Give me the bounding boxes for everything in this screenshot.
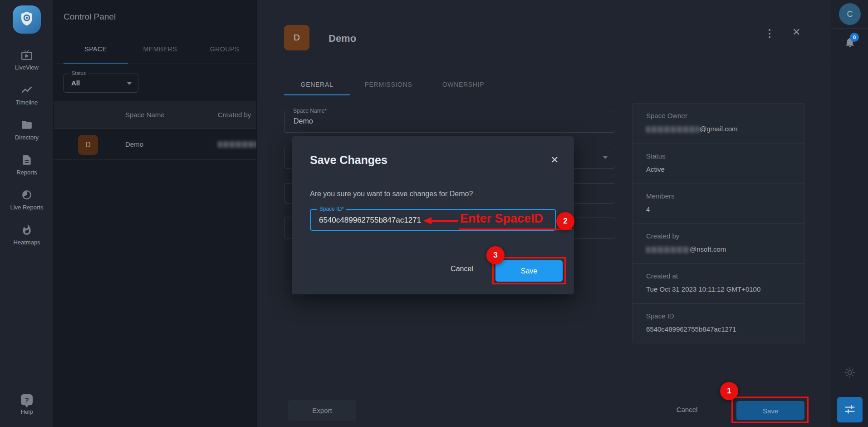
divider xyxy=(831,61,868,61)
space-avatar: D xyxy=(78,135,98,155)
dialog-title: Demo xyxy=(329,33,356,45)
pie-chart-icon xyxy=(21,189,33,201)
space-info-panel: Space Owner @gmail.com Status Active Mem… xyxy=(632,103,805,343)
info-value: Active xyxy=(646,165,804,173)
annotation-step-3: 3 xyxy=(486,246,505,264)
annotation-arrow xyxy=(432,220,458,222)
sidebar-item-label: Live Reports xyxy=(10,204,44,211)
info-label: Members xyxy=(646,192,804,200)
column-header-created-by: Created by xyxy=(218,111,251,119)
sidebar-item-label: LiveView xyxy=(15,64,39,71)
info-value: Tue Oct 31 2023 10:11:12 GMT+0100 xyxy=(646,285,804,293)
info-row-created-at: Created at Tue Oct 31 2023 10:11:12 GMT+… xyxy=(633,263,804,303)
active-tab-underline xyxy=(284,94,350,95)
tab-permissions[interactable]: PERMISSIONS xyxy=(350,81,427,88)
settings-panel-button[interactable] xyxy=(837,397,863,422)
annotation-step-1: 1 xyxy=(720,382,738,400)
sidebar-item-live-reports[interactable]: Live Reports xyxy=(0,189,54,211)
redacted-text xyxy=(646,126,700,133)
info-label: Created by xyxy=(646,232,804,240)
redacted-text xyxy=(646,247,690,253)
control-panel-tabs: SPACE MEMBERS GROUPS xyxy=(64,45,256,56)
right-rail: C 0 xyxy=(831,0,868,427)
space-name-field-label: Space Name* xyxy=(291,108,329,114)
info-value: @gmail.com xyxy=(700,125,738,133)
divider xyxy=(54,64,256,64)
page-title: Control Panel xyxy=(64,12,116,22)
tab-members[interactable]: MEMBERS xyxy=(128,45,192,56)
notification-count-badge: 0 xyxy=(850,33,859,42)
sidebar-item-timeline[interactable]: Timeline xyxy=(0,84,54,106)
sidebar-item-heatmaps[interactable]: Heatmaps xyxy=(0,224,54,246)
tab-groups[interactable]: GROUPS xyxy=(192,45,256,56)
sidebar-item-directory[interactable]: Directory xyxy=(0,119,54,141)
info-row-created-by: Created by @nsoft.com xyxy=(633,223,804,263)
tune-sliders-icon xyxy=(843,403,856,417)
sidebar-item-reports[interactable]: Reports xyxy=(0,154,54,176)
info-label: Created at xyxy=(646,272,804,280)
user-avatar[interactable]: C xyxy=(839,3,861,25)
status-filter-value: All xyxy=(71,79,80,87)
annotation-step-2: 2 xyxy=(556,212,574,230)
sidebar-item-help[interactable]: ? Help xyxy=(0,394,54,415)
info-value: 4 xyxy=(646,205,804,213)
dialog-cancel-button[interactable]: Cancel xyxy=(669,406,705,413)
live-tv-icon xyxy=(21,49,33,61)
status-filter-label: Status xyxy=(69,70,88,76)
annotation-underline xyxy=(459,228,572,230)
chevron-down-icon xyxy=(127,82,132,85)
modal-message: Are you sure you want to save changes fo… xyxy=(310,190,473,198)
divider xyxy=(284,73,804,73)
space-avatar: D xyxy=(284,25,309,50)
flame-icon xyxy=(21,224,33,236)
annotation-box-main-save xyxy=(731,397,809,423)
annotation-enter-spaceid: Enter SpaceID xyxy=(460,212,543,226)
export-button[interactable]: Export xyxy=(288,400,356,421)
divider xyxy=(831,28,868,29)
chevron-down-icon xyxy=(603,156,608,159)
info-row-space-id: Space ID 6540c489962755b847ac1271 xyxy=(633,303,804,343)
control-panel-page: Control Panel SPACE MEMBERS GROUPS Statu… xyxy=(54,0,256,427)
close-icon[interactable]: ✕ xyxy=(550,154,559,165)
space-id-field-label: Space ID* xyxy=(317,206,346,212)
close-icon[interactable]: ✕ xyxy=(792,26,800,38)
column-header-space-name: Space Name xyxy=(125,111,165,119)
tab-ownership[interactable]: OWNERSHIP xyxy=(427,81,500,88)
sidebar-item-label: Directory xyxy=(15,134,39,141)
shield-camera-icon xyxy=(19,10,35,29)
kebab-menu-icon[interactable] xyxy=(764,28,775,40)
divider xyxy=(257,390,831,390)
tab-space[interactable]: SPACE xyxy=(64,45,128,56)
app-screen: LiveView Timeline Directory Reports Live xyxy=(0,0,868,427)
info-label: Status xyxy=(646,152,804,160)
redacted-created-by xyxy=(218,141,256,148)
annotation-box-modal-save xyxy=(492,257,566,284)
space-name-field-value: Demo xyxy=(294,117,313,125)
modal-cancel-button[interactable]: Cancel xyxy=(441,265,482,273)
info-row-space-owner: Space Owner @gmail.com xyxy=(633,104,804,144)
info-value: @nsoft.com xyxy=(690,245,726,253)
sidebar-item-label: Heatmaps xyxy=(13,239,40,246)
status-filter-select[interactable]: Status All xyxy=(64,74,138,93)
info-row-status: Status Active xyxy=(633,144,804,184)
sidebar: LiveView Timeline Directory Reports Live xyxy=(0,0,54,427)
sidebar-item-liveview[interactable]: LiveView xyxy=(0,49,54,71)
annotation-arrow-head xyxy=(423,217,432,224)
modal-title: Save Changes xyxy=(310,154,387,167)
sidebar-item-label: Reports xyxy=(16,169,37,176)
table-header: Space Name Created by xyxy=(54,101,256,129)
help-icon: ? xyxy=(21,394,33,405)
space-id-field-value: 6540c489962755b847ac1271 xyxy=(319,216,421,225)
info-row-members: Members 4 xyxy=(633,184,804,223)
timeline-icon xyxy=(21,84,33,96)
sidebar-item-label: Timeline xyxy=(16,99,38,106)
brightness-icon[interactable] xyxy=(844,367,855,380)
sidebar-item-label: Help xyxy=(21,408,33,415)
table-row-demo[interactable]: D Demo xyxy=(54,129,256,160)
app-logo[interactable] xyxy=(13,5,41,34)
space-name-field[interactable]: Space Name* Demo xyxy=(284,111,615,133)
document-icon xyxy=(21,154,33,166)
tab-general[interactable]: GENERAL xyxy=(284,81,350,88)
info-value: 6540c489962755b847ac1271 xyxy=(646,325,804,333)
info-label: Space Owner xyxy=(646,112,804,119)
